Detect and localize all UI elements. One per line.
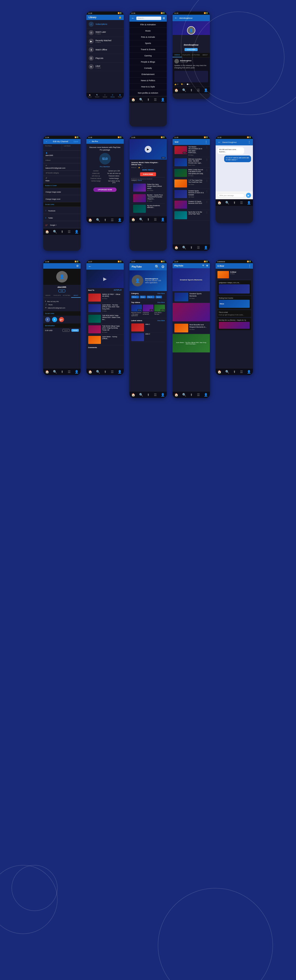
nav13-search[interactable]: 🔍 — [225, 370, 229, 374]
nav7-home[interactable]: 🏠 — [174, 246, 178, 249]
category-gaming[interactable]: Gaming — [130, 52, 167, 59]
nav5-search[interactable]: 🔍 — [96, 218, 100, 222]
category-entertainment[interactable]: Entertainment — [130, 71, 167, 78]
next-item-1[interactable]: Justin Bieber - The Diss [Official Video… — [86, 303, 124, 313]
nav-home[interactable]: 🏠 Home — [88, 94, 92, 97]
latest-item-0[interactable]: video 1 — [131, 323, 165, 332]
tab-about[interactable]: ABOUT — [200, 53, 210, 57]
feed-item-6[interactable]: Sports Bar to No Bar Jump Rope Team ⋮ — [173, 210, 210, 221]
category-travel[interactable]: Travel & Events — [130, 46, 167, 52]
ptab-activities[interactable]: ACTIVITIES — [62, 294, 71, 298]
nav11-library[interactable]: ☰ — [154, 393, 157, 396]
change-cover-btn[interactable]: Change Image cover — [43, 195, 81, 202]
menu-watch-offline[interactable]: ⬇ Watch Offline — [86, 46, 124, 54]
chat-message-input[interactable]: Write your message — [218, 194, 245, 197]
nav10-home[interactable]: 🏠 — [88, 370, 92, 374]
nav3-upload[interactable]: ⬆ — [190, 88, 193, 92]
nav6-search[interactable]: 🔍 — [139, 218, 143, 221]
nav10-profile[interactable]: 👤 — [118, 370, 122, 374]
edit-google[interactable]: g+ Google + — [43, 221, 81, 228]
back-icon[interactable]: ← — [131, 16, 135, 20]
nav2-library[interactable]: ☰ — [154, 98, 157, 102]
nav6-library[interactable]: ☰ — [154, 218, 157, 221]
nav8-home[interactable]: 🏠 — [218, 201, 221, 205]
nav3-library[interactable]: ☰ — [197, 88, 200, 92]
settings-icon[interactable]: ⚙ — [76, 264, 79, 267]
back-chat-icon[interactable]: ← — [218, 140, 221, 144]
item-more-icon-6[interactable]: ⋮ — [206, 211, 208, 214]
nav11-search[interactable]: 🔍 — [139, 393, 143, 396]
tab-videos[interactable]: VIDEOS — [173, 53, 182, 57]
upload-btn[interactable]: Upload — [71, 329, 78, 332]
edit-about[interactable]: ℹ About — [43, 158, 81, 163]
related-item-1[interactable]: Follow Diss Jams Hiregun Band (Official … — [131, 183, 165, 193]
cat-music[interactable]: Music — [140, 296, 146, 298]
nav5-profile[interactable]: 👤 — [118, 218, 122, 222]
menu-subscriptions[interactable]: ✓ Subscriptions — [86, 20, 124, 29]
nav5-home[interactable]: 🏠 — [88, 218, 92, 222]
nav7-upload[interactable]: ⬆ — [190, 246, 193, 249]
nav9-library[interactable]: ☰ — [68, 370, 71, 374]
save-button[interactable]: Save — [74, 140, 78, 143]
category-sports[interactable]: Sports — [130, 40, 167, 46]
nav4-search[interactable]: 🔍 — [53, 230, 57, 234]
nav4-profile[interactable]: 👤 — [75, 230, 78, 234]
settings-icon-home[interactable]: ⚙ — [161, 264, 165, 269]
category-film[interactable]: Film & Animation — [130, 22, 167, 28]
featured-more-icon[interactable]: ⋮ — [248, 264, 251, 267]
nav2-search[interactable]: 🔍 — [139, 98, 143, 102]
back-edit-icon[interactable]: ← — [46, 140, 48, 143]
menu-liked[interactable]: ♥ Liked 4 Videos — [86, 62, 124, 71]
item-more-icon-1[interactable]: ⋮ — [206, 158, 208, 161]
grid-icon[interactable]: ⊞ — [163, 17, 165, 20]
category-nonprofits[interactable]: Non-profits & Activism — [130, 90, 167, 96]
category-news[interactable]: News & Politics — [130, 78, 167, 84]
nav3-home[interactable]: 🏠 — [174, 88, 178, 92]
category-howto[interactable]: How-to & Style — [130, 84, 167, 90]
search-icon-home[interactable]: 🔍 — [155, 264, 159, 269]
item-more-icon-3[interactable]: ⋮ — [206, 180, 208, 182]
nav12-home[interactable]: 🏠 — [174, 393, 178, 396]
upgrade-now-button[interactable]: UPGRADE NOW — [93, 188, 117, 192]
latest-item-1[interactable]: video 2 — [131, 332, 165, 342]
nav-library[interactable]: ☰ Library — [110, 94, 115, 97]
nav7-profile[interactable]: 👤 — [204, 246, 208, 249]
feed-item-3[interactable]: 7 27 The Cutest Pets You Could Ever Own … — [173, 178, 210, 189]
nav4-upload[interactable]: ⬆ — [61, 230, 64, 234]
category-pets[interactable]: Pets & Animals — [130, 34, 167, 40]
back-pro-icon[interactable]: ← — [89, 140, 91, 142]
nav12-profile[interactable]: 👤 — [204, 393, 208, 396]
related-item-2[interactable]: Bazofan - Canela Picori / JacquelineFern… — [131, 193, 165, 204]
nav2-home[interactable]: 🏠 — [131, 98, 135, 102]
item-more-icon-0[interactable]: ⋮ — [206, 146, 208, 149]
nav10-library[interactable]: ☰ — [111, 370, 114, 374]
nav13-home[interactable]: 🏠 — [218, 370, 221, 374]
nav7-search[interactable]: 🔍 — [182, 246, 186, 249]
category-people[interactable]: People & Blogs — [130, 59, 167, 65]
explore-item-1[interactable]: Most Beautiful and Respect Moments in...… — [173, 322, 210, 334]
nav2-upload[interactable]: ⬆ — [147, 98, 150, 102]
nav8-search[interactable]: 🔍 — [225, 201, 229, 205]
nav9-profile[interactable]: 👤 — [75, 370, 78, 374]
edit-twitter[interactable]: t Twitter — [43, 214, 81, 221]
feed-item-1[interactable]: 2023 der music&live Motor: Mai BMA PCOOK… — [173, 157, 210, 168]
ptab-about[interactable]: ABOUT — [71, 294, 81, 298]
nav3-search[interactable]: 🔍 — [182, 88, 186, 92]
category-comedy[interactable]: Comedy — [130, 65, 167, 71]
cat-sports[interactable]: Sports — [155, 296, 162, 298]
subscribe-btn[interactable]: SUBSCRIBE — [140, 172, 156, 176]
back-next-icon[interactable]: ← — [88, 264, 92, 269]
chat-more-icon[interactable]: ⋮ — [248, 140, 251, 144]
nav13-profile[interactable]: 👤 — [247, 370, 251, 374]
next-item-0[interactable]: 'BIRDS OF PREY' - Official HD [2020] 10 … — [86, 293, 124, 303]
nav2-profile[interactable]: 👤 — [161, 98, 165, 102]
back-icon-channel[interactable]: ← — [174, 16, 178, 20]
menu-recently-watched[interactable]: ▶ Recently Watched 4 Videos — [86, 37, 124, 46]
nav11-upload[interactable]: ⬆ — [147, 393, 150, 396]
top-video-1[interactable]: 4.4k FORTNITE ULTRA HD — [143, 305, 154, 317]
nav9-search[interactable]: 🔍 — [53, 370, 57, 374]
next-item-3[interactable]: THE ROOM Official Trailer (2021 I Edge-f… — [86, 324, 124, 335]
related-item-3[interactable]: My Hero Academia: HEROES... — [131, 204, 165, 214]
twitter-link[interactable]: t — [52, 317, 57, 322]
nav8-upload[interactable]: ⬆ — [233, 201, 236, 205]
